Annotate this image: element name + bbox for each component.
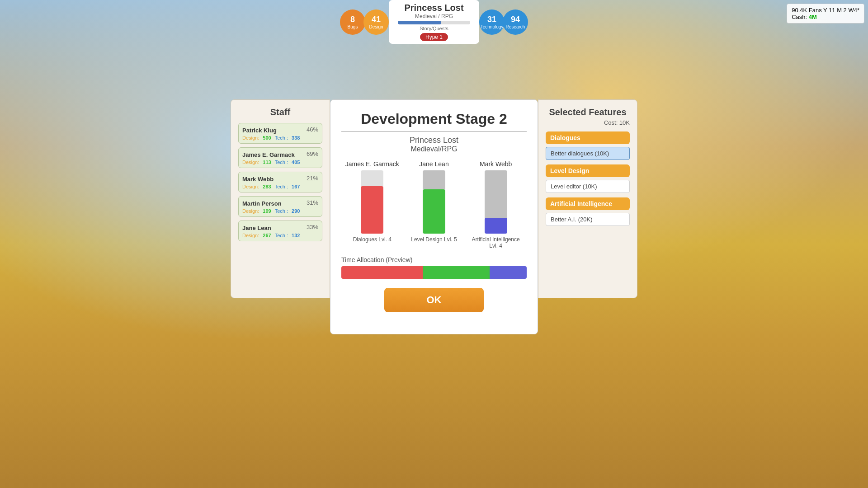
game-info-hud: Princess Lost Medieval / RPG Story/Quest… [389,0,479,44]
time-seg-green [423,266,490,279]
staff-col-task: Dialogues Lvl. 4 [353,236,392,243]
panels-container: Staff Patrick Klug 46% Design: 500 Tech.… [231,99,637,334]
staff-stats: Design: 267 Tech.: 132 [242,233,318,238]
staff-col-task: Artificial Intelligence Lvl. 4 [469,236,523,249]
ok-button[interactable]: OK [384,288,484,312]
staff-stats: Design: 283 Tech.: 167 [242,184,318,189]
feature-category-leveldesign: Level Design [546,164,630,177]
bugs-counter: 8 Bugs [340,9,365,35]
cash-display: Cash: 4M [792,14,859,20]
hud-game-title: Princess Lost [398,3,470,13]
features-panel: Selected Features Cost: 10K Dialogues Be… [538,99,637,298]
technology-counter: 31 Technology [479,9,505,35]
hud-progress-fill [398,21,441,24]
research-counter: 94 Research [503,9,528,35]
staff-col-task: Level Design Lvl. 5 [411,236,457,243]
hype-badge: Hype 1 [420,33,448,41]
staff-item: Mark Webb 21% Design: 283 Tech.: 167 [238,172,322,192]
top-hud: 8 Bugs 41 Design Princess Lost Medieval … [340,0,528,44]
staff-item: James E. Garmack 69% Design: 113 Tech.: … [238,147,322,168]
bar-grey-jane [423,170,445,189]
hud-game-genre: Medieval / RPG [398,13,470,19]
divider [341,131,527,132]
features-cost: Cost: 10K [546,119,630,126]
staff-name: Jane Lean [242,225,271,231]
staff-item: Jane Lean 33% Design: 267 Tech.: 132 [238,221,322,241]
bar-grey-mark [485,170,507,218]
fans-display: 90.4K Fans Y 11 M 2 W4* [792,7,859,14]
staff-name: Martin Person [242,200,282,207]
design-counter: 41 Design [363,9,389,35]
staff-stats: Design: 113 Tech.: 405 [242,160,318,165]
staff-col-jane: Jane Lean Level Design Lvl. 5 [407,160,461,249]
staff-col-name: Mark Webb [480,160,512,168]
staff-panel-title: Staff [238,107,322,117]
staff-name: Mark Webb [242,176,274,183]
staff-col-name: Jane Lean [419,160,448,168]
staff-col-name: James E. Garmack [345,160,399,168]
staff-item: Martin Person 31% Design: 109 Tech.: 290 [238,196,322,217]
top-right-stats: 90.4K Fans Y 11 M 2 W4* Cash: 4M [787,4,864,23]
staff-panel: Staff Patrick Klug 46% Design: 500 Tech.… [231,99,330,298]
dialog-game-genre: Medieval/RPG [341,145,527,153]
bar-container-mark [485,170,507,234]
bar-fill-jane [423,189,445,234]
staff-assignment: James E. Garmack Dialogues Lvl. 4 Jane L… [341,160,527,249]
staff-name: Patrick Klug [242,127,277,134]
staff-item: Patrick Klug 46% Design: 500 Tech.: 338 [238,123,322,144]
feature-category-ai: Artificial Intelligence [546,197,630,210]
feature-item-better-ai[interactable]: Better A.I. (20K) [546,213,630,226]
dialog-title: Development Stage 2 [341,111,527,127]
time-seg-red [341,266,423,279]
dialog-game-name: Princess Lost [341,136,527,145]
hud-progress-bar [398,21,470,24]
time-alloc-label: Time Allocation (Preview) [341,256,527,263]
feature-item-better-dialogues[interactable]: Better dialogues (10K) [546,147,630,160]
staff-name: James E. Garmack [242,151,295,158]
time-seg-blue [490,266,527,279]
staff-col-james: James E. Garmack Dialogues Lvl. 4 [345,160,399,249]
staff-stats: Design: 109 Tech.: 290 [242,208,318,214]
bar-container-james [361,170,383,234]
hud-progress-label: Story/Quests [398,26,470,31]
bar-fill-mark [485,218,507,234]
feature-item-level-editor[interactable]: Level editor (10K) [546,180,630,193]
features-panel-title: Selected Features [546,107,630,117]
dev-dialog: Development Stage 2 Princess Lost Mediev… [330,99,538,334]
staff-col-mark: Mark Webb Artificial Intelligence Lvl. 4 [469,160,523,249]
staff-stats: Design: 500 Tech.: 338 [242,135,318,141]
time-alloc-bar [341,266,527,279]
bar-fill-james [361,186,383,234]
bar-container-jane [423,170,445,234]
feature-category-dialogues: Dialogues [546,131,630,144]
